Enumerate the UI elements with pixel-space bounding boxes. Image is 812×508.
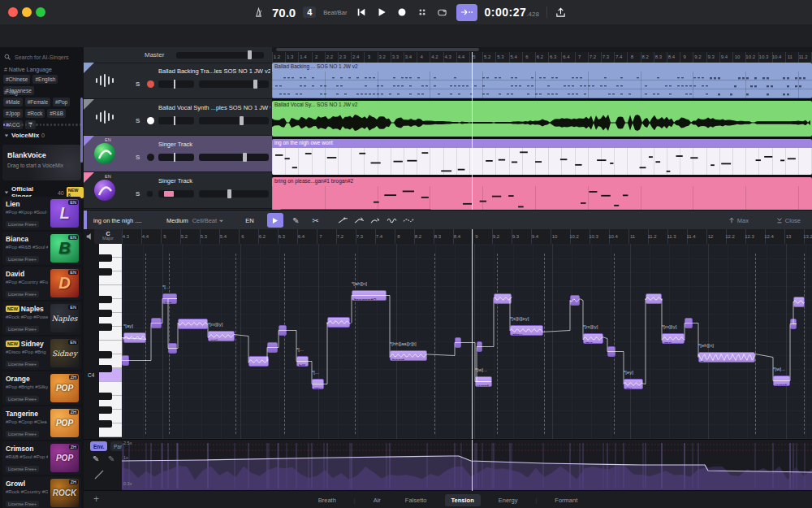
track-row[interactable]: SBallad Vocal Synth ...ples SOS NO 1 JW …: [84, 99, 272, 136]
note[interactable]: [279, 325, 287, 336]
clip[interactable]: Ballad Vocal Sy... SOS NO 1 JW v2: [272, 101, 812, 137]
pitch-anchor-tool-button[interactable]: [352, 213, 368, 228]
param-tab-tension[interactable]: Tension: [445, 494, 481, 506]
clip[interactable]: ing on the nigh owe wont: [272, 139, 812, 175]
solo-button[interactable]: S: [136, 190, 140, 198]
env-tab-button[interactable]: Env.: [90, 441, 107, 451]
note[interactable]: stay: [510, 325, 543, 336]
pencil-tool-button[interactable]: ✎: [288, 213, 304, 228]
singer-card[interactable]: Growl#Rock #Country #GLicense Free+ROCKZ…: [2, 476, 81, 508]
pagination-dot[interactable]: [32, 124, 34, 126]
follow-playhead-button[interactable]: [456, 4, 477, 21]
singer-card[interactable]: Tangerine#Pop #Cpop #CleaLicense Free+PO…: [2, 406, 81, 440]
note[interactable]: [646, 293, 662, 304]
tag-chip[interactable]: #Female: [25, 98, 50, 106]
pan-slider[interactable]: [158, 80, 194, 88]
zoom-window-button[interactable]: [36, 7, 45, 17]
track-arm-dot[interactable]: [147, 80, 154, 88]
tag-chip[interactable]: #Pop: [53, 98, 70, 106]
clip[interactable]: bring on please...gan#1 brogan#2: [272, 177, 812, 210]
volume-slider[interactable]: [199, 117, 269, 124]
maximize-editor-button[interactable]: Max: [728, 217, 749, 224]
singer-card[interactable]: NEWNaples#Rock #Pop #PoweLicense Free+Na…: [2, 302, 81, 335]
piano-key-black[interactable]: [99, 393, 112, 400]
param-tab-energy[interactable]: Energy: [492, 494, 525, 506]
pagination-dot[interactable]: [54, 124, 55, 126]
vibrato-tool-button[interactable]: [384, 213, 400, 228]
tag-chip[interactable]: #Jpop: [3, 109, 23, 118]
note[interactable]: [122, 355, 129, 366]
minimize-window-button[interactable]: [22, 7, 32, 17]
track-name[interactable]: Ballad Vocal Synth ...ples SOS NO 1 JW v…: [158, 104, 270, 111]
track-row[interactable]: ENSSinger Track: [84, 172, 272, 209]
track-arm-dot[interactable]: [147, 191, 153, 197]
volume-handle[interactable]: [240, 116, 244, 125]
pagination-dot[interactable]: [25, 124, 27, 126]
arrange-h-scrollbar[interactable]: [276, 48, 479, 51]
loop-icon[interactable]: [436, 6, 449, 19]
track-row[interactable]: SBallad Backing Tra...les SOS NO 1 JW v2: [84, 63, 272, 99]
singer-card[interactable]: NEWSidney#Disco #Pop #BrigLicense Free+S…: [2, 336, 81, 370]
pagination-dot[interactable]: [50, 124, 52, 126]
export-icon[interactable]: [555, 6, 568, 19]
pagination-dot[interactable]: [46, 124, 48, 126]
close-window-button[interactable]: [8, 7, 18, 17]
language-select[interactable]: EN: [245, 217, 253, 224]
tag-chip[interactable]: #Male: [3, 98, 23, 106]
metronome-icon[interactable]: [252, 6, 265, 19]
note[interactable]: me: [662, 333, 685, 344]
note[interactable]: [178, 319, 208, 329]
solo-button[interactable]: S: [136, 154, 140, 161]
piano-key-black[interactable]: [99, 254, 112, 262]
note[interactable]: ay: [624, 379, 643, 389]
note[interactable]: [248, 356, 269, 367]
clip-header[interactable]: bring on please...gan#1 brogan#2: [272, 177, 812, 186]
singer-card[interactable]: Lien#Pop #Kpop #Soul #License Free+LEN: [2, 197, 81, 230]
solo-button[interactable]: S: [136, 80, 140, 88]
piano-key-black[interactable]: [99, 268, 112, 276]
note[interactable]: [123, 332, 146, 343]
sidebar-scrollbar[interactable]: [80, 98, 83, 163]
add-parameter-button[interactable]: +: [93, 494, 99, 504]
note[interactable]: jus: [162, 293, 177, 304]
pagination-dot[interactable]: [76, 124, 77, 126]
voicemix-header[interactable]: VoiceMix 0: [4, 132, 45, 139]
tempo-value[interactable]: 70.0: [272, 6, 296, 20]
pan-slider[interactable]: [158, 154, 194, 161]
pitch-line-tool-button[interactable]: [335, 213, 352, 228]
singer-track-avatar[interactable]: [94, 180, 115, 201]
note[interactable]: eal: [208, 331, 235, 341]
track-name[interactable]: Singer Track: [158, 177, 270, 185]
singer-card[interactable]: David#Pop #Country #FoLicense Free+DEN: [2, 267, 81, 300]
anchor-envelope-icon[interactable]: ✎: [108, 454, 114, 463]
record-icon[interactable]: [395, 6, 408, 19]
note[interactable]: [151, 318, 162, 328]
track-row[interactable]: ENSSinger Track: [84, 136, 272, 172]
note[interactable]: [477, 341, 482, 352]
piano-key-black[interactable]: [99, 406, 112, 414]
volume-handle[interactable]: [227, 189, 231, 198]
pagination-dot[interactable]: [6, 124, 8, 126]
draw-envelope-icon[interactable]: ✎: [93, 454, 99, 463]
master-volume-slider[interactable]: [176, 52, 264, 59]
piano-key-black[interactable]: [99, 351, 112, 358]
tag-chip[interactable]: #Rock: [25, 109, 45, 118]
note[interactable]: [607, 346, 615, 357]
pagination-dot[interactable]: [68, 124, 70, 126]
skip-back-icon[interactable]: [355, 6, 368, 19]
volume-slider[interactable]: [199, 154, 269, 161]
pagination-dot[interactable]: [40, 124, 41, 126]
note[interactable]: [685, 318, 693, 328]
pagination-dot[interactable]: [58, 124, 59, 126]
note[interactable]: want: [475, 376, 492, 387]
solo-button[interactable]: S: [136, 117, 140, 124]
pan-slider[interactable]: [158, 190, 194, 198]
singer-search[interactable]: [0, 50, 84, 63]
piano-key-black[interactable]: [99, 310, 112, 317]
search-input[interactable]: [13, 54, 81, 61]
piano-key-black[interactable]: [99, 365, 112, 372]
pagination-dot[interactable]: [11, 124, 12, 126]
singer-track-avatar[interactable]: [94, 143, 115, 164]
track-arm-dot[interactable]: [147, 117, 154, 124]
grid-mode-select[interactable]: Cell/Beat: [192, 217, 217, 224]
